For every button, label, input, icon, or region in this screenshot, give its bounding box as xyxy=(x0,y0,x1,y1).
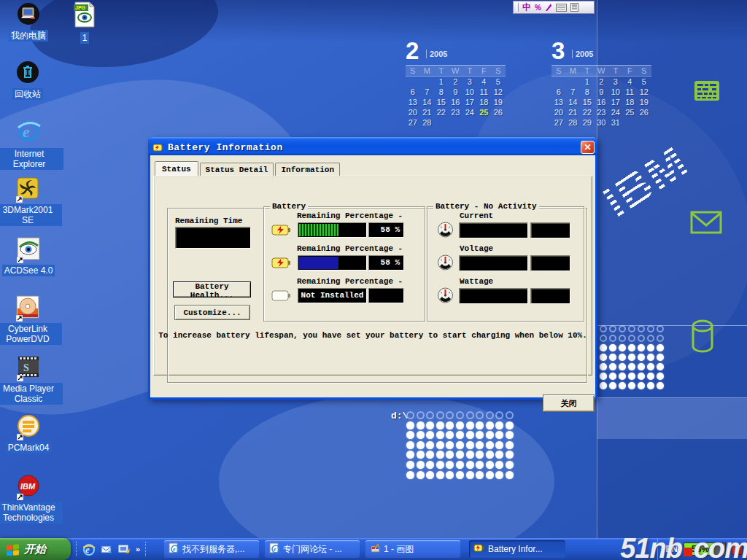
decor-dot xyxy=(446,471,454,479)
calendar-day: 7 xyxy=(566,87,581,97)
cylinder-icon xyxy=(691,319,714,353)
desktop-icon-pcmark04[interactable]: PCMark04 xyxy=(0,414,63,454)
desktop-icon-label[interactable]: ACDSee 4.0 xyxy=(2,265,55,276)
ime-chinese-icon[interactable]: 中 xyxy=(522,3,531,12)
decor-dot xyxy=(486,461,494,469)
desktop-icon-label[interactable]: 回收站 xyxy=(12,88,43,100)
calendar-day: 11 xyxy=(623,87,638,97)
quick-launch-chevron[interactable]: » xyxy=(136,545,140,553)
start-button[interactable]: 开始 xyxy=(0,538,71,560)
close-dialog-button[interactable]: 关闭 xyxy=(543,394,595,412)
desktop-icon-label[interactable]: PCMark04 xyxy=(6,442,52,454)
calendar-day: 24 xyxy=(462,107,477,117)
calendar-day: 15 xyxy=(580,97,595,107)
task-button-4[interactable]: Battery Infor... xyxy=(469,540,565,558)
calendar-day: 9 xyxy=(595,87,609,97)
keyboard-icon[interactable] xyxy=(556,4,567,12)
battery-bar-0 xyxy=(298,222,367,238)
tab-status-detail[interactable]: Status Detail xyxy=(200,163,274,176)
calendar-day xyxy=(420,77,435,87)
desktop-icon-label[interactable]: Media Player Classic xyxy=(0,383,63,405)
grid-icon xyxy=(694,80,720,102)
desktop-icon-3dmark2001-se[interactable]: 3DMark2001 SE xyxy=(0,176,63,226)
desktop-icon-recycle-bin[interactable]: 回收站 xyxy=(0,61,63,100)
calendar-header: 3 2005 xyxy=(551,40,661,65)
calendar-header: 2 2005 xyxy=(406,40,515,65)
task-button-1[interactable]: e找不到服务器,... xyxy=(164,540,259,558)
battery-health-button[interactable]: Battery Health... xyxy=(173,281,251,298)
battery-charged-icon xyxy=(271,257,291,273)
decor-dot xyxy=(406,421,414,429)
decor-dot xyxy=(628,373,635,380)
ime-mode-icon[interactable]: % xyxy=(535,4,541,12)
task-button-label: 专门网论坛 - ... xyxy=(283,543,342,556)
ime-pen-icon[interactable] xyxy=(545,3,552,12)
decor-dot xyxy=(506,461,514,469)
calendar-day: 8 xyxy=(580,87,595,97)
calendar-day: 4 xyxy=(477,77,492,87)
show-desktop-icon[interactable] xyxy=(118,544,131,555)
gauge-unit-box xyxy=(530,222,570,238)
close-button[interactable]: ✕ xyxy=(581,141,595,154)
battery-bar-text: Not Installed xyxy=(298,289,366,303)
desktop-icon-label[interactable]: Internet Explorer xyxy=(0,148,63,170)
internet-explorer-icon[interactable]: e xyxy=(17,119,42,147)
recycle-bin-icon[interactable] xyxy=(16,61,39,87)
decor-dot xyxy=(506,421,514,429)
desktop-icon-label[interactable]: CyberLink PowerDVD xyxy=(0,323,62,345)
desktop-icon-label[interactable]: ThinkVantage Technologies xyxy=(0,502,63,524)
quick-launch: e » xyxy=(76,540,147,558)
menu-icon[interactable] xyxy=(570,3,578,12)
internet-explorer-icon[interactable]: e xyxy=(83,543,96,556)
battery-percent-box xyxy=(368,288,404,303)
decor-dot xyxy=(417,451,425,459)
acdsee-40-icon[interactable] xyxy=(17,237,40,263)
desktop-icon-label[interactable]: 我的电脑 xyxy=(9,30,48,42)
battery-group: Battery Remaining Percentage - 58 % Rema… xyxy=(263,206,425,322)
task-button-2[interactable]: e专门网论坛 - ... xyxy=(265,540,360,558)
desktop-icon-jpg-file-1[interactable]: JPG 1 xyxy=(50,1,120,44)
no-activity-group-title: Battery - No Activity xyxy=(433,202,539,211)
calendar-day: 10 xyxy=(608,87,623,97)
window-titlebar[interactable]: Battery Information ✕ xyxy=(148,137,597,155)
3dmark2001-se-icon[interactable] xyxy=(16,176,39,203)
calendar-day: 26 xyxy=(491,107,506,117)
calendar-day: 3 xyxy=(462,77,477,87)
langbar-grip[interactable] xyxy=(516,3,519,12)
outlook-express-icon[interactable] xyxy=(101,544,113,555)
desktop-icon-thinkvantage-technologies[interactable]: IBM ThinkVantage Technologies xyxy=(0,474,63,524)
jpg-file-1-icon[interactable]: JPG xyxy=(73,1,96,31)
svg-text:IBM: IBM xyxy=(20,482,36,491)
pcmark04-icon[interactable] xyxy=(17,414,40,440)
decor-dot xyxy=(417,461,425,469)
watermark-red-dot xyxy=(684,548,692,556)
decor-dot xyxy=(466,411,474,419)
desktop-icon-label[interactable]: 1 xyxy=(80,32,90,44)
desktop-icon-cyberlink-powerdvd[interactable]: CyberLink PowerDVD xyxy=(0,295,63,345)
desktop-icon-media-player-classic[interactable]: S Media Player Classic xyxy=(0,355,63,405)
tab-information[interactable]: Information xyxy=(275,163,340,176)
battery-bar-fill xyxy=(299,257,338,269)
decor-dot xyxy=(609,325,616,332)
language-bar[interactable]: 中 % xyxy=(513,1,595,14)
calendar-day: 12 xyxy=(637,87,651,97)
envelope-icon xyxy=(690,211,722,234)
task-button-3[interactable]: 1 - 画图 xyxy=(365,540,460,558)
customize-button[interactable]: Customize... xyxy=(174,305,250,320)
gauge-unit-box xyxy=(530,288,570,304)
media-player-classic-icon[interactable]: S xyxy=(17,355,40,381)
desktop-icon-label[interactable]: 3DMark2001 SE xyxy=(0,204,62,226)
decor-dot xyxy=(638,335,645,342)
tab-status[interactable]: Status xyxy=(155,161,198,176)
cyberlink-powerdvd-icon[interactable] xyxy=(16,295,39,322)
decor-dot xyxy=(600,325,607,332)
decor-dot xyxy=(486,431,494,439)
desktop-icon-acdsee-40[interactable]: ACDSee 4.0 xyxy=(0,237,63,276)
no-activity-group: Battery - No Activity Current Voltage Wa… xyxy=(427,206,584,322)
decor-dot xyxy=(426,421,434,429)
decor-dot xyxy=(506,471,514,479)
my-computer-icon[interactable] xyxy=(16,2,41,28)
thinkvantage-technologies-icon[interactable]: IBM xyxy=(17,474,40,500)
gauge-value-box xyxy=(459,255,528,271)
desktop-icon-internet-explorer[interactable]: e Internet Explorer xyxy=(0,119,64,170)
